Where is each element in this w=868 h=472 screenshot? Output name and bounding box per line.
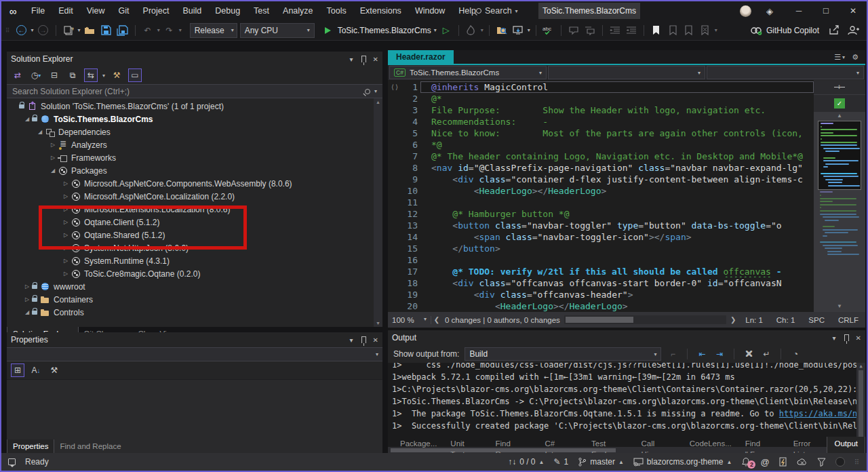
tree-item[interactable]: ▷wwwroot (7, 280, 382, 293)
code-line[interactable]: 10 <HeaderLogo></HeaderLogo> (388, 185, 814, 197)
type-dropdown[interactable]: ▾ (548, 66, 705, 79)
code-line[interactable]: 13 <button class="navbar-toggler" type="… (388, 220, 814, 231)
hot-reload-button[interactable] (465, 23, 478, 38)
feedback-gem-icon[interactable]: ◈ (766, 6, 773, 16)
expander-icon[interactable]: ▷ (61, 219, 71, 225)
goto-message-icon[interactable]: ⌐ (667, 349, 679, 359)
menu-test[interactable]: Test (247, 1, 276, 20)
clear-bookmarks-button[interactable] (698, 23, 712, 38)
tab-properties[interactable]: Properties (7, 439, 54, 454)
filter-alert-icon[interactable] (817, 458, 826, 467)
expander-icon[interactable]: ▷ (61, 180, 71, 186)
sync-with-active-document-icon[interactable]: ⇆ (84, 68, 98, 82)
tree-item[interactable]: ▷Frameworks (7, 151, 382, 164)
window-position-icon[interactable]: ▾ (350, 336, 353, 344)
close-panel-icon[interactable]: ✕ (856, 334, 861, 342)
space-mode-indicator[interactable]: SPC (802, 316, 831, 324)
configuration-select[interactable]: Release▾ (190, 23, 237, 38)
menu-file[interactable]: File (24, 1, 52, 20)
pin-icon[interactable] (361, 56, 366, 62)
next-bookmark-button[interactable] (682, 23, 696, 38)
next-message-icon[interactable]: ⇥ (713, 349, 726, 359)
tree-item[interactable]: ▷Microsoft.AspNetCore.Components.WebAsse… (7, 177, 382, 190)
zoom-select[interactable]: 100 %▾ (388, 316, 431, 324)
code-line[interactable]: 17 @* TODO: verify w/2tl if this all sho… (388, 266, 814, 277)
code-line[interactable]: 11 (388, 197, 814, 208)
save-button[interactable] (100, 23, 113, 38)
tree-item[interactable]: ▷System.Runtime (4.3.1) (7, 254, 382, 267)
expander-icon[interactable]: ▷ (61, 232, 71, 238)
repository-indicator[interactable]: blazorcms.org-theme▲ (633, 457, 732, 467)
code-line[interactable]: 3File Purpose: Show the Header with logo… (388, 104, 814, 116)
prev-message-icon[interactable]: ⇤ (696, 349, 708, 359)
navigate-back-button[interactable]: ← (15, 23, 28, 38)
expander-icon[interactable]: ◢ (48, 168, 58, 174)
find-in-files-button[interactable] (495, 23, 509, 38)
expander-icon[interactable]: ▷ (48, 142, 58, 148)
cloud-offline-icon[interactable] (797, 458, 808, 466)
redo-dropdown-icon[interactable]: ▾ (179, 27, 182, 33)
word-wrap-icon[interactable]: ↵ (760, 349, 772, 359)
code-line[interactable]: 12 @* Hamburger button *@ (388, 208, 814, 220)
expander-icon[interactable]: ▷ (22, 296, 32, 302)
account-avatar[interactable] (740, 5, 751, 17)
column-indicator[interactable]: Ch: 1 (770, 316, 802, 324)
add-user-button[interactable] (846, 23, 860, 38)
tree-item[interactable]: ▷System.Net.Http.Json (8.0.0) (7, 241, 382, 254)
decrease-indent-button[interactable] (608, 23, 622, 38)
code-line[interactable]: 16 (388, 254, 814, 266)
codelens-changes[interactable]: 0 changes | 0 authors, 0 changes (442, 316, 563, 324)
output-link[interactable]: https://aka.ms/nu (779, 409, 863, 418)
file-health-indicator[interactable]: ✓ (834, 98, 845, 109)
collapse-all-icon[interactable]: ⊟ (47, 68, 61, 82)
scroll-left-icon[interactable]: ❮ (431, 316, 442, 323)
minimize-button[interactable]: ─ (785, 1, 812, 20)
tree-item[interactable]: ▷Oqtane.Shared (5.1.2) (7, 229, 382, 241)
tree-item[interactable]: ▷Containers (7, 293, 382, 306)
resize-grip[interactable]: ⠿ (854, 458, 860, 466)
expander-icon[interactable]: ◢ (22, 116, 32, 122)
output-source-select[interactable]: Build ▾ (465, 347, 661, 361)
feedback-flag-icon[interactable] (8, 458, 16, 465)
code-line[interactable]: 7@* The header containing Logo, Navigati… (388, 151, 814, 162)
menu-extensions[interactable]: Extensions (353, 1, 408, 20)
menu-analyze[interactable]: Analyze (276, 1, 319, 20)
minimap-viewport[interactable] (818, 121, 861, 190)
tab-find-and-replace[interactable]: Find and Replace (54, 439, 126, 454)
start-without-debug-button[interactable]: ▷ (439, 23, 453, 38)
expander-icon[interactable]: ▷ (48, 155, 58, 161)
close-panel-icon[interactable]: ✕ (373, 336, 378, 344)
expander-icon[interactable]: ▷ (61, 245, 71, 251)
window-position-icon[interactable]: ▾ (833, 334, 836, 342)
scroll-up-icon[interactable]: ▲ (837, 113, 842, 121)
performance-icon[interactable] (779, 457, 787, 467)
menu-build[interactable]: Build (176, 1, 208, 20)
property-pages-icon[interactable]: ⚒ (47, 363, 61, 377)
tree-item[interactable]: ▷Microsoft.Extensions.Localization (8.0.… (7, 203, 382, 216)
expander-icon[interactable]: ▷ (61, 193, 71, 199)
code-line[interactable]: 2@* (388, 93, 814, 104)
code-line[interactable]: 6*@ (388, 139, 814, 151)
show-all-files-icon[interactable]: ⧉ (66, 68, 79, 82)
code-line[interactable]: 8<nav id="@ClassPrefix-page-navigation" … (388, 162, 814, 174)
new-project-button[interactable]: ＋ (62, 23, 75, 38)
pending-edits-indicator[interactable]: ✎ 1 (553, 457, 568, 467)
search-box[interactable]: Search ▾ (476, 1, 518, 20)
toggle-bookmark-button[interactable] (650, 23, 663, 38)
back-dropdown-icon[interactable]: ▾ (31, 27, 34, 33)
feed-icon[interactable]: @ (760, 457, 769, 467)
github-copilot-button[interactable]: GitHub Copilot (750, 26, 819, 35)
properties-wrench-icon[interactable]: ⚒ (110, 68, 123, 82)
code-line[interactable]: 5Nice to know: Most of the parts are aga… (388, 127, 814, 139)
window-position-icon[interactable]: ▾ (350, 56, 353, 63)
run-target-label[interactable]: ToSic.Themes.BlazorCms (338, 26, 431, 35)
new-dropdown-icon[interactable]: ▾ (78, 27, 81, 33)
minimap-scrollbar[interactable]: ▲ ▼ (814, 112, 865, 312)
member-dropdown[interactable]: ▾ (707, 66, 864, 79)
scroll-down-icon[interactable]: ▼ (837, 303, 842, 311)
output-vscrollbar[interactable]: ▲▼ (856, 363, 865, 447)
preview-selected-icon[interactable]: ▭ (128, 68, 142, 82)
open-folder-button[interactable] (83, 23, 97, 38)
expander-icon[interactable]: ▷ (61, 271, 71, 277)
hot-reload-dropdown-icon[interactable]: ▾ (481, 27, 484, 33)
